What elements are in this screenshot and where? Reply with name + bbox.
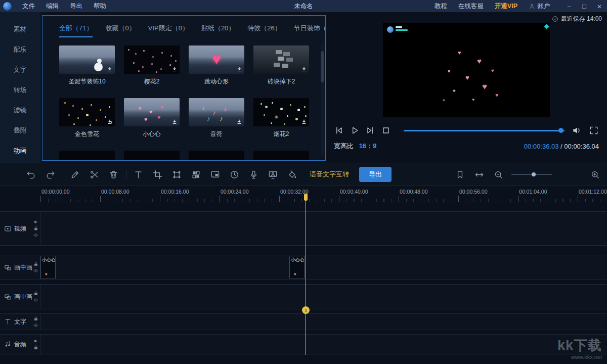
- track-lane-video[interactable]: 视频: [0, 211, 607, 246]
- timeline-zoom-slider[interactable]: [511, 174, 552, 175]
- download-icon[interactable]: [107, 119, 113, 125]
- track-eye-icon[interactable]: [33, 298, 38, 303]
- zoom-out-button[interactable]: [494, 170, 503, 179]
- sidebar-item[interactable]: 动画: [0, 141, 40, 161]
- tutorial-link[interactable]: 教程: [430, 2, 452, 11]
- close-button[interactable]: ×: [592, 0, 607, 12]
- redo-button[interactable]: [46, 170, 55, 179]
- voiceover-button[interactable]: [249, 170, 258, 179]
- vip-button[interactable]: 开通VIP: [490, 2, 522, 11]
- export-button[interactable]: 导出: [359, 167, 392, 182]
- aspect-ratio-value[interactable]: 16：9: [359, 142, 377, 150]
- split-scissors-icon[interactable]: [302, 306, 310, 314]
- track-lock-icon[interactable]: [33, 226, 38, 231]
- playback-progress-bar[interactable]: [404, 130, 565, 131]
- sidebar-item[interactable]: 配乐: [0, 39, 40, 60]
- stop-button[interactable]: [381, 125, 391, 135]
- menu-item[interactable]: 编辑: [40, 2, 64, 11]
- volume-icon[interactable]: [572, 125, 582, 135]
- sidebar-item[interactable]: 素材: [0, 19, 40, 39]
- account-button[interactable]: 账户: [524, 2, 554, 11]
- library-tab[interactable]: 收藏（0）: [105, 24, 135, 37]
- download-icon[interactable]: [301, 66, 307, 72]
- record-button[interactable]: [268, 170, 278, 179]
- library-item[interactable]: [189, 151, 244, 161]
- library-item[interactable]: 樱花2: [124, 46, 180, 86]
- split-button[interactable]: [90, 170, 99, 179]
- library-item[interactable]: [253, 151, 309, 161]
- crop-button[interactable]: [153, 170, 162, 179]
- track-lane-text[interactable]: 文字: [0, 313, 607, 330]
- track-eye-icon[interactable]: [33, 233, 38, 238]
- download-icon[interactable]: [171, 119, 178, 125]
- library-tab[interactable]: 贴纸（20）: [201, 24, 235, 37]
- track-lane-pip[interactable]: 画中画: [0, 284, 607, 309]
- speech-text-button[interactable]: 语音文字互转: [310, 170, 349, 179]
- track-lock-icon[interactable]: [33, 345, 38, 350]
- track-speaker-icon[interactable]: [33, 219, 38, 224]
- transform-button[interactable]: [172, 170, 182, 179]
- play-button[interactable]: [350, 125, 360, 135]
- library-item[interactable]: 跳动心形: [189, 46, 244, 86]
- library-scrollbar[interactable]: [321, 42, 324, 155]
- sidebar-item[interactable]: 叠附: [0, 120, 40, 141]
- library-tab[interactable]: 全部（71）: [59, 24, 93, 37]
- track-header[interactable]: 音频: [0, 335, 40, 354]
- track-lane-audio[interactable]: 音频: [0, 334, 607, 354]
- library-scrollbar-thumb[interactable]: [321, 51, 324, 82]
- next-frame-button[interactable]: [365, 125, 375, 135]
- progress-knob[interactable]: [558, 128, 563, 133]
- support-link[interactable]: 在线客服: [454, 2, 488, 11]
- menu-item[interactable]: 帮助: [88, 2, 112, 11]
- library-tab[interactable]: 特效（26）: [247, 24, 281, 37]
- track-lock-icon[interactable]: [33, 316, 38, 321]
- menu-item[interactable]: 导出: [64, 2, 88, 11]
- playhead[interactable]: [306, 194, 306, 355]
- delete-button[interactable]: [109, 170, 118, 179]
- library-item[interactable]: 音符: [189, 98, 244, 139]
- sidebar-item[interactable]: 转场: [0, 80, 40, 100]
- library-item[interactable]: 圣诞节装饰10: [59, 46, 115, 86]
- fit-timeline-button[interactable]: [474, 170, 484, 179]
- track-lane-pip[interactable]: 画中画小心心小心心: [0, 255, 607, 280]
- track-header[interactable]: 画中画: [0, 255, 40, 280]
- zoom-knob[interactable]: [532, 172, 536, 176]
- timeline-clip[interactable]: 小心心: [40, 256, 56, 279]
- fullscreen-icon[interactable]: [589, 125, 599, 135]
- library-item[interactable]: [59, 151, 115, 161]
- download-icon[interactable]: [236, 66, 242, 72]
- track-header[interactable]: 视频: [0, 212, 40, 245]
- minimize-button[interactable]: –: [561, 0, 577, 12]
- track-eye-icon[interactable]: [33, 268, 38, 274]
- track-lock-icon[interactable]: [33, 262, 38, 267]
- menu-item[interactable]: 文件: [17, 2, 40, 11]
- track-header[interactable]: 画中画: [0, 285, 40, 309]
- zoom-in-button[interactable]: [590, 170, 600, 179]
- track-speaker-icon[interactable]: [33, 339, 38, 344]
- pip-button[interactable]: [210, 170, 220, 179]
- library-item[interactable]: 金色雪花: [59, 98, 115, 139]
- track-lock-icon[interactable]: [33, 291, 38, 296]
- edit-button[interactable]: [70, 170, 80, 179]
- download-icon[interactable]: [236, 119, 242, 125]
- track-header[interactable]: 文字: [0, 314, 40, 330]
- playhead-handle[interactable]: [304, 194, 308, 201]
- library-tab[interactable]: VIP限定（0）: [148, 24, 189, 37]
- library-item[interactable]: 小心心: [124, 98, 180, 139]
- download-icon[interactable]: [171, 66, 178, 72]
- sidebar-item[interactable]: 文字: [0, 60, 40, 80]
- library-item[interactable]: 烟花2: [253, 98, 309, 139]
- marker-button[interactable]: [455, 170, 465, 179]
- sidebar-item[interactable]: 滤镜: [0, 100, 40, 120]
- timeline-ruler[interactable]: 00:00:00.0000:00:08.0000:00:16.0000:00:2…: [0, 186, 607, 202]
- video-preview[interactable]: [383, 23, 550, 117]
- previous-frame-button[interactable]: [334, 125, 344, 135]
- track-eye-icon[interactable]: [33, 323, 38, 328]
- duration-button[interactable]: [230, 170, 239, 179]
- timeline-clip[interactable]: 小心心: [289, 256, 305, 279]
- mosaic-button[interactable]: [191, 170, 201, 179]
- library-tab[interactable]: 节日装饰（27）: [294, 24, 326, 37]
- download-icon[interactable]: [107, 66, 113, 72]
- text-tool-button[interactable]: [134, 170, 143, 179]
- library-item[interactable]: [124, 151, 180, 161]
